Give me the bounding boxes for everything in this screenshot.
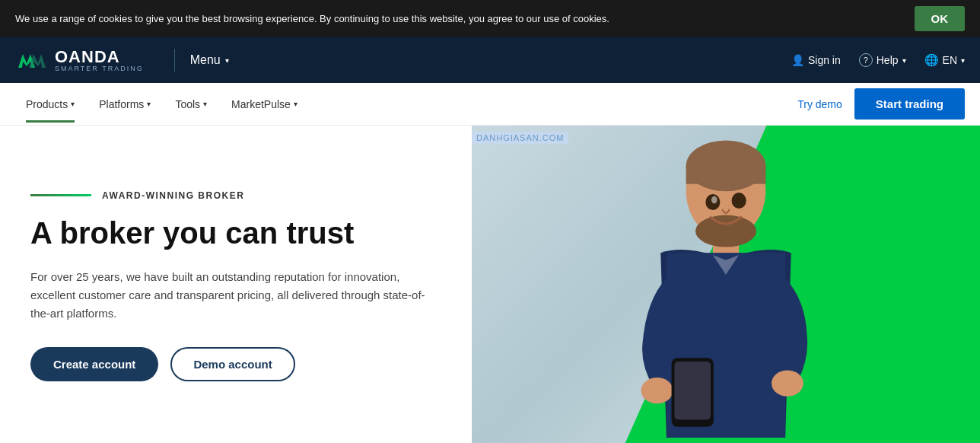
hero-title: A broker you can trust (30, 216, 441, 250)
top-navigation: OANDA SMARTER TRADING Menu ▾ 👤 Sign in ?… (0, 37, 980, 83)
help-label: Help (877, 54, 899, 66)
language-link[interactable]: 🌐 EN ▾ (924, 53, 965, 67)
svg-point-10 (772, 370, 803, 396)
svg-point-14 (732, 193, 746, 209)
nav-item-products[interactable]: Products ▾ (15, 86, 85, 123)
nav-right-actions: Try demo Start trading (797, 88, 965, 120)
person-svg (597, 133, 855, 438)
svg-point-15 (711, 196, 718, 204)
nav-items: Products ▾ Platforms ▾ Tools ▾ MarketPul… (15, 86, 797, 123)
hero-background (472, 126, 980, 443)
hero-buttons: Create account Demo account (30, 347, 441, 381)
hero-description: For over 25 years, we have built an outs… (30, 268, 426, 323)
try-demo-link[interactable]: Try demo (797, 98, 842, 110)
award-text: AWARD-WINNING BROKER (102, 190, 244, 201)
svg-rect-5 (686, 166, 766, 184)
second-navigation: Products ▾ Platforms ▾ Tools ▾ MarketPul… (0, 83, 980, 126)
award-bar-decoration (30, 194, 91, 196)
tools-chevron-icon: ▾ (203, 100, 207, 108)
nav-platforms-label: Platforms (99, 98, 144, 110)
nav-item-marketpulse[interactable]: MarketPulse ▾ (221, 86, 308, 123)
help-chevron-icon: ▾ (902, 56, 906, 65)
demo-account-button[interactable]: Demo account (170, 347, 294, 381)
logo-tagline: SMARTER TRADING (55, 65, 144, 72)
nav-item-platforms[interactable]: Platforms ▾ (88, 86, 161, 123)
cookie-bar: We use a range of cookies to give you th… (0, 0, 980, 37)
svg-rect-12 (674, 362, 711, 419)
cookie-message: We use a range of cookies to give you th… (15, 13, 899, 24)
nav-divider (174, 49, 175, 72)
logo-text: OANDA SMARTER TRADING (55, 49, 144, 72)
nav-tools-label: Tools (175, 98, 200, 110)
svg-point-9 (641, 378, 673, 403)
marketpulse-chevron-icon: ▾ (294, 100, 298, 108)
nav-marketpulse-label: MarketPulse (231, 98, 291, 110)
svg-point-7 (695, 215, 756, 247)
products-chevron-icon: ▾ (71, 100, 75, 108)
help-link[interactable]: ? Help ▾ (859, 53, 906, 67)
oanda-logo-icon (15, 43, 49, 77)
award-line: AWARD-WINNING BROKER (30, 190, 441, 201)
hero-section: AWARD-WINNING BROKER A broker you can tr… (0, 126, 980, 443)
cookie-ok-button[interactable]: OK (915, 6, 966, 31)
help-icon: ? (859, 53, 873, 67)
logo-area[interactable]: OANDA SMARTER TRADING (15, 43, 144, 77)
person-icon: 👤 (791, 54, 804, 66)
nav-item-tools[interactable]: Tools ▾ (164, 86, 218, 123)
globe-icon: 🌐 (924, 53, 939, 67)
start-trading-button[interactable]: Start trading (854, 88, 965, 120)
nav-products-label: Products (26, 98, 68, 110)
logo-oanda-name: OANDA (55, 49, 144, 65)
menu-label: Menu (190, 53, 221, 67)
watermark: DANHGIASAN.COM (472, 132, 568, 144)
sign-in-label: Sign in (808, 54, 841, 66)
hero-right-image: DANHGIASAN.COM (472, 126, 980, 443)
top-nav-right: 👤 Sign in ? Help ▾ 🌐 EN ▾ (791, 53, 965, 67)
language-label: EN (943, 54, 957, 66)
hero-left-content: AWARD-WINNING BROKER A broker you can tr… (0, 126, 472, 443)
menu-chevron-icon: ▾ (225, 56, 229, 65)
create-account-button[interactable]: Create account (30, 347, 158, 381)
sign-in-link[interactable]: 👤 Sign in (791, 54, 841, 66)
menu-button[interactable]: Menu ▾ (190, 53, 229, 67)
platforms-chevron-icon: ▾ (147, 100, 151, 108)
language-chevron-icon: ▾ (961, 56, 965, 65)
hero-person-image (472, 126, 980, 443)
